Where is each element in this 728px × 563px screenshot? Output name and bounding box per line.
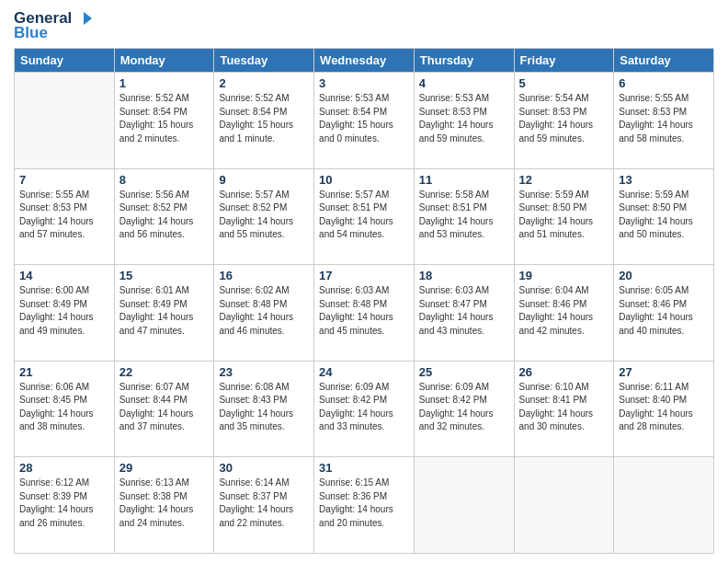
calendar-week-row: 28Sunrise: 6:12 AMSunset: 8:39 PMDayligh… xyxy=(15,457,714,554)
calendar-day-cell: 14Sunrise: 6:00 AMSunset: 8:49 PMDayligh… xyxy=(15,265,115,362)
day-number: 24 xyxy=(319,365,409,379)
day-number: 22 xyxy=(119,365,210,379)
logo: General Blue xyxy=(14,9,92,42)
calendar-day-cell: 30Sunrise: 6:14 AMSunset: 8:37 PMDayligh… xyxy=(214,457,314,554)
calendar-header-cell: Saturday xyxy=(614,49,714,73)
calendar-day-cell: 21Sunrise: 6:06 AMSunset: 8:45 PMDayligh… xyxy=(15,361,115,457)
day-number: 3 xyxy=(319,76,409,90)
day-number: 18 xyxy=(419,269,509,282)
calendar-day-cell: 29Sunrise: 6:13 AMSunset: 8:38 PMDayligh… xyxy=(114,457,214,554)
day-info: Sunrise: 5:59 AMSunset: 8:50 PMDaylight:… xyxy=(619,189,709,242)
day-number: 6 xyxy=(619,76,709,90)
day-number: 27 xyxy=(619,365,709,379)
day-number: 19 xyxy=(519,269,609,282)
day-info: Sunrise: 6:07 AMSunset: 8:44 PMDaylight:… xyxy=(119,381,210,434)
day-number: 20 xyxy=(619,269,709,282)
calendar-week-row: 7Sunrise: 5:55 AMSunset: 8:53 PMDaylight… xyxy=(15,168,714,265)
calendar-day-cell: 9Sunrise: 5:57 AMSunset: 8:52 PMDaylight… xyxy=(214,168,314,265)
calendar-day-cell: 23Sunrise: 6:08 AMSunset: 8:43 PMDayligh… xyxy=(214,361,314,457)
day-number: 15 xyxy=(119,269,210,282)
calendar-day-cell: 18Sunrise: 6:03 AMSunset: 8:47 PMDayligh… xyxy=(414,265,514,362)
page: General Blue SundayMondayTuesdayWednesda… xyxy=(0,0,728,563)
calendar-day-cell xyxy=(414,457,514,554)
day-number: 25 xyxy=(419,365,509,379)
day-number: 29 xyxy=(119,461,210,475)
calendar-day-cell: 12Sunrise: 5:59 AMSunset: 8:50 PMDayligh… xyxy=(514,168,614,265)
calendar-table: SundayMondayTuesdayWednesdayThursdayFrid… xyxy=(14,48,714,554)
day-number: 17 xyxy=(319,269,409,282)
day-number: 2 xyxy=(219,76,309,90)
calendar-day-cell: 26Sunrise: 6:10 AMSunset: 8:41 PMDayligh… xyxy=(514,361,614,457)
calendar-day-cell: 24Sunrise: 6:09 AMSunset: 8:42 PMDayligh… xyxy=(314,361,415,457)
day-info: Sunrise: 6:13 AMSunset: 8:38 PMDaylight:… xyxy=(119,477,210,530)
calendar-day-cell: 11Sunrise: 5:58 AMSunset: 8:51 PMDayligh… xyxy=(414,168,514,265)
day-info: Sunrise: 6:10 AMSunset: 8:41 PMDaylight:… xyxy=(519,381,609,434)
calendar-day-cell: 31Sunrise: 6:15 AMSunset: 8:36 PMDayligh… xyxy=(314,457,415,554)
day-number: 23 xyxy=(219,365,309,379)
calendar-day-cell: 1Sunrise: 5:52 AMSunset: 8:54 PMDaylight… xyxy=(114,73,214,169)
day-number: 7 xyxy=(19,173,109,187)
day-info: Sunrise: 5:57 AMSunset: 8:52 PMDaylight:… xyxy=(219,189,309,242)
day-number: 12 xyxy=(519,173,609,187)
day-info: Sunrise: 6:02 AMSunset: 8:48 PMDaylight:… xyxy=(219,284,309,338)
calendar-day-cell: 17Sunrise: 6:03 AMSunset: 8:48 PMDayligh… xyxy=(314,265,415,362)
day-number: 30 xyxy=(219,461,309,475)
calendar-day-cell xyxy=(614,457,714,554)
day-number: 13 xyxy=(619,173,709,187)
calendar-header-cell: Thursday xyxy=(414,49,514,73)
calendar-day-cell: 16Sunrise: 6:02 AMSunset: 8:48 PMDayligh… xyxy=(214,265,314,362)
day-info: Sunrise: 5:55 AMSunset: 8:53 PMDaylight:… xyxy=(19,189,109,242)
day-number: 31 xyxy=(319,461,409,475)
day-info: Sunrise: 6:01 AMSunset: 8:49 PMDaylight:… xyxy=(119,284,210,338)
day-number: 14 xyxy=(19,269,109,282)
day-info: Sunrise: 6:00 AMSunset: 8:49 PMDaylight:… xyxy=(19,284,109,338)
day-number: 9 xyxy=(219,173,309,187)
calendar-day-cell: 22Sunrise: 6:07 AMSunset: 8:44 PMDayligh… xyxy=(114,361,214,457)
calendar-day-cell: 2Sunrise: 5:52 AMSunset: 8:54 PMDaylight… xyxy=(214,73,314,169)
calendar-day-cell: 5Sunrise: 5:54 AMSunset: 8:53 PMDaylight… xyxy=(514,73,614,169)
day-info: Sunrise: 6:09 AMSunset: 8:42 PMDaylight:… xyxy=(419,381,509,434)
calendar-header-cell: Monday xyxy=(114,49,214,73)
day-info: Sunrise: 5:55 AMSunset: 8:53 PMDaylight:… xyxy=(619,92,709,145)
calendar-day-cell xyxy=(514,457,614,554)
day-info: Sunrise: 6:09 AMSunset: 8:42 PMDaylight:… xyxy=(319,381,409,434)
logo-flag-icon xyxy=(75,10,92,27)
calendar-day-cell: 3Sunrise: 5:53 AMSunset: 8:54 PMDaylight… xyxy=(314,73,415,169)
calendar-header-cell: Sunday xyxy=(15,49,115,73)
day-info: Sunrise: 5:58 AMSunset: 8:51 PMDaylight:… xyxy=(419,189,509,242)
day-info: Sunrise: 6:12 AMSunset: 8:39 PMDaylight:… xyxy=(19,477,109,530)
calendar-day-cell: 19Sunrise: 6:04 AMSunset: 8:46 PMDayligh… xyxy=(514,265,614,362)
calendar-day-cell: 27Sunrise: 6:11 AMSunset: 8:40 PMDayligh… xyxy=(614,361,714,457)
calendar-header-cell: Tuesday xyxy=(214,49,314,73)
calendar-day-cell xyxy=(15,73,115,169)
day-number: 10 xyxy=(319,173,409,187)
calendar-week-row: 14Sunrise: 6:00 AMSunset: 8:49 PMDayligh… xyxy=(15,265,714,362)
day-info: Sunrise: 5:53 AMSunset: 8:53 PMDaylight:… xyxy=(419,92,509,145)
calendar-day-cell: 20Sunrise: 6:05 AMSunset: 8:46 PMDayligh… xyxy=(614,265,714,362)
calendar-day-cell: 7Sunrise: 5:55 AMSunset: 8:53 PMDaylight… xyxy=(15,168,115,265)
day-info: Sunrise: 5:53 AMSunset: 8:54 PMDaylight:… xyxy=(319,92,409,145)
day-info: Sunrise: 6:03 AMSunset: 8:47 PMDaylight:… xyxy=(419,284,509,338)
day-number: 21 xyxy=(19,365,109,379)
day-info: Sunrise: 5:57 AMSunset: 8:51 PMDaylight:… xyxy=(319,189,409,242)
day-info: Sunrise: 6:05 AMSunset: 8:46 PMDaylight:… xyxy=(619,284,709,338)
calendar-day-cell: 25Sunrise: 6:09 AMSunset: 8:42 PMDayligh… xyxy=(414,361,514,457)
calendar-day-cell: 15Sunrise: 6:01 AMSunset: 8:49 PMDayligh… xyxy=(114,265,214,362)
day-info: Sunrise: 5:54 AMSunset: 8:53 PMDaylight:… xyxy=(519,92,609,145)
calendar-week-row: 1Sunrise: 5:52 AMSunset: 8:54 PMDaylight… xyxy=(15,73,714,169)
calendar-day-cell: 4Sunrise: 5:53 AMSunset: 8:53 PMDaylight… xyxy=(414,73,514,169)
day-info: Sunrise: 5:56 AMSunset: 8:52 PMDaylight:… xyxy=(119,189,210,242)
calendar-day-cell: 6Sunrise: 5:55 AMSunset: 8:53 PMDaylight… xyxy=(614,73,714,169)
day-info: Sunrise: 5:52 AMSunset: 8:54 PMDaylight:… xyxy=(119,92,210,145)
header: General Blue xyxy=(14,9,714,42)
day-info: Sunrise: 6:11 AMSunset: 8:40 PMDaylight:… xyxy=(619,381,709,434)
calendar-header-row: SundayMondayTuesdayWednesdayThursdayFrid… xyxy=(15,49,714,73)
day-info: Sunrise: 6:15 AMSunset: 8:36 PMDaylight:… xyxy=(319,477,409,530)
day-info: Sunrise: 6:08 AMSunset: 8:43 PMDaylight:… xyxy=(219,381,309,434)
day-number: 16 xyxy=(219,269,309,282)
day-info: Sunrise: 6:03 AMSunset: 8:48 PMDaylight:… xyxy=(319,284,409,338)
day-number: 1 xyxy=(119,76,210,90)
day-info: Sunrise: 5:52 AMSunset: 8:54 PMDaylight:… xyxy=(219,92,309,145)
calendar-day-cell: 28Sunrise: 6:12 AMSunset: 8:39 PMDayligh… xyxy=(15,457,115,554)
day-number: 8 xyxy=(119,173,210,187)
